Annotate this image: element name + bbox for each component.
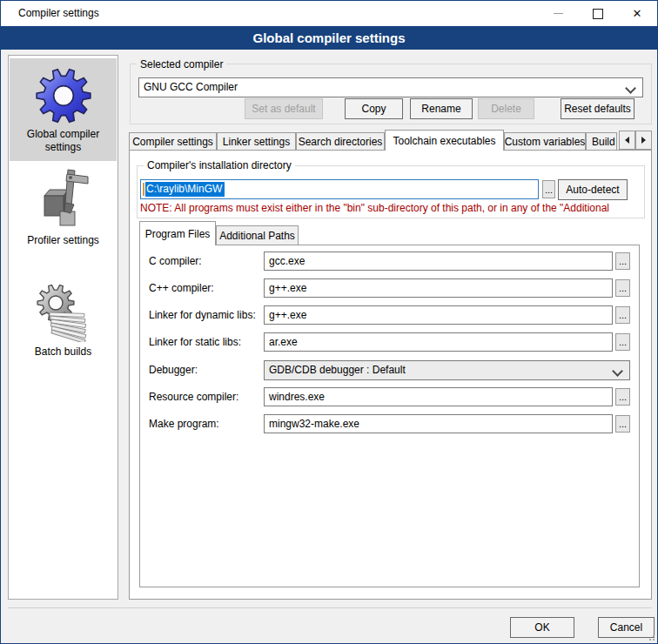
chevron-down-icon <box>625 83 636 94</box>
ok-button[interactable]: OK <box>510 617 574 638</box>
delete-button[interactable]: Delete <box>478 98 534 119</box>
tab-program-files[interactable]: Program Files <box>139 221 216 245</box>
titlebar: Compiler settings ✕ <box>1 1 657 26</box>
page-title: Global compiler settings <box>252 30 405 45</box>
button-label: Rename <box>421 103 460 115</box>
scroll-left-icon <box>625 137 629 144</box>
tab-search-directories[interactable]: Search directories <box>296 132 385 150</box>
button-label: Copy <box>361 103 386 115</box>
resource-compiler-browse-button[interactable]: ... <box>615 388 630 406</box>
copy-button[interactable]: Copy <box>345 98 403 119</box>
make-program-input[interactable]: mingw32-make.exe <box>264 414 613 433</box>
ellipsis-icon: ... <box>619 257 627 265</box>
field-label: Resource compiler: <box>149 387 238 406</box>
field-value: mingw32-make.exe <box>269 418 359 430</box>
sidebar-item-profiler-settings[interactable]: Profiler settings <box>10 163 117 255</box>
debugger-combobox[interactable]: GDB/CDB debugger : Default <box>264 360 630 380</box>
field-label: Linker for dynamic libs: <box>149 305 256 325</box>
rename-button[interactable]: Rename <box>410 98 473 119</box>
selected-compiler-value: GNU GCC Compiler <box>144 81 238 93</box>
tab-label: Search directories <box>299 136 383 148</box>
tab-label: Additional Paths <box>219 230 295 242</box>
footer-divider <box>8 607 652 608</box>
close-button[interactable]: ✕ <box>622 1 652 26</box>
compiler-settings-dialog: Compiler settings ✕ Global compiler sett… <box>0 0 658 644</box>
c-compiler-browse-button[interactable]: ... <box>615 252 630 270</box>
tab-scroll-left-button[interactable] <box>619 131 635 150</box>
gray-gear-stack-icon <box>34 281 93 342</box>
auto-detect-button[interactable]: Auto-detect <box>558 179 628 200</box>
selected-compiler-group-label: Selected compiler <box>137 58 226 70</box>
caliper-tool-icon <box>36 168 91 231</box>
tab-custom-variables[interactable]: Custom variables <box>504 132 586 150</box>
ellipsis-icon: ... <box>619 284 627 292</box>
field-value: gcc.exe <box>269 255 305 267</box>
resize-grip[interactable] <box>647 633 655 641</box>
close-icon: ✕ <box>633 7 642 20</box>
static-linker-input[interactable]: ar.exe <box>264 332 613 352</box>
cpp-compiler-browse-button[interactable]: ... <box>615 279 630 297</box>
c-compiler-input[interactable]: gcc.exe <box>264 252 613 271</box>
ellipsis-icon: ... <box>545 185 553 194</box>
maximize-icon <box>593 9 603 19</box>
tab-scroll-right-button[interactable] <box>635 131 652 150</box>
tab-label: Linker settings <box>223 136 290 148</box>
ellipsis-icon: ... <box>619 338 627 346</box>
tab-label: Toolchain executables <box>393 135 495 147</box>
blue-gear-icon <box>35 67 92 124</box>
field-value: g++.exe <box>269 309 306 321</box>
dynamic-linker-browse-button[interactable]: ... <box>615 306 630 324</box>
sidebar-item-global-compiler-settings[interactable]: Global compiler settings <box>10 58 117 161</box>
installation-directory-group-label: Compiler's installation directory <box>144 159 295 171</box>
set-as-default-button[interactable]: Set as default <box>245 98 323 119</box>
tab-label: Custom variables <box>505 136 586 148</box>
ellipsis-icon: ... <box>619 392 627 401</box>
resource-compiler-input[interactable]: windres.exe <box>264 387 613 406</box>
button-label: Delete <box>491 103 521 115</box>
tab-additional-paths[interactable]: Additional Paths <box>216 225 299 245</box>
tab-label: Compiler settings <box>132 136 213 148</box>
directory-browse-button[interactable]: ... <box>542 180 555 198</box>
make-program-browse-button[interactable]: ... <box>615 415 630 433</box>
reset-defaults-button[interactable]: Reset defaults <box>561 98 634 119</box>
paper-stack <box>49 312 85 342</box>
button-label: Auto-detect <box>566 184 619 196</box>
cpp-compiler-input[interactable]: g++.exe <box>264 278 613 298</box>
text-caret <box>143 183 144 196</box>
static-linker-browse-button[interactable]: ... <box>615 333 630 351</box>
field-label: Make program: <box>149 414 219 433</box>
button-label: Cancel <box>610 621 642 634</box>
button-label: OK <box>534 621 549 634</box>
installation-directory-input[interactable]: C:\raylib\MinGW <box>140 179 539 199</box>
tab-toolchain-executables[interactable]: Toolchain executables <box>385 130 504 151</box>
tab-build-options[interactable]: Build options <box>586 132 617 150</box>
field-label: C compiler: <box>149 252 202 271</box>
tab-linker-settings[interactable]: Linker settings <box>217 132 296 150</box>
sidebar-item-batch-builds[interactable]: Batch builds <box>10 278 117 361</box>
tab-label: Program Files <box>145 228 211 240</box>
selected-compiler-combobox[interactable]: GNU GCC Compiler <box>138 77 643 97</box>
bin-subdirectory-note: NOTE: All programs must exist either in … <box>140 202 643 215</box>
field-value: ar.exe <box>269 336 298 348</box>
sidebar-item-label: Profiler settings <box>15 234 112 247</box>
minimize-button[interactable] <box>543 1 573 26</box>
field-value: GDB/CDB debugger : Default <box>269 364 406 376</box>
ellipsis-icon: ... <box>619 311 627 319</box>
maximize-button[interactable] <box>583 1 613 26</box>
sidebar-item-label: Global compiler settings <box>15 128 112 154</box>
button-label: Reset defaults <box>564 103 631 115</box>
tab-compiler-settings[interactable]: Compiler settings <box>129 132 217 150</box>
dialog-header: Global compiler settings <box>1 26 657 50</box>
field-value: windres.exe <box>269 391 325 403</box>
field-value: g++.exe <box>269 282 306 294</box>
field-label: C++ compiler: <box>149 278 214 298</box>
minimize-icon <box>554 13 563 14</box>
dynamic-linker-input[interactable]: g++.exe <box>264 305 613 325</box>
scroll-right-icon <box>641 137 646 144</box>
ellipsis-icon: ... <box>619 419 627 428</box>
sidebar-item-label: Batch builds <box>15 345 112 359</box>
window-title: Compiler settings <box>18 1 99 26</box>
field-label: Linker for static libs: <box>149 332 241 352</box>
installation-directory-value: C:\raylib\MinGW <box>145 182 225 197</box>
button-label: Set as default <box>252 103 315 115</box>
